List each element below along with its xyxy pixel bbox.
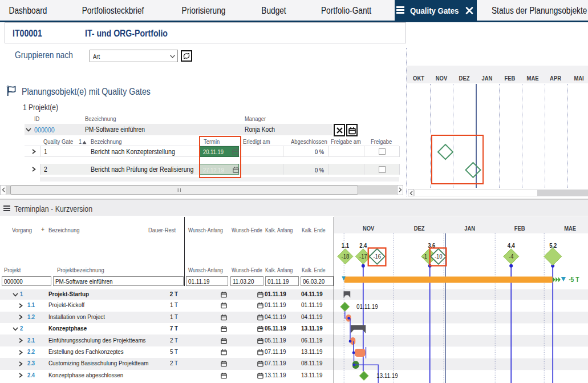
svg-text:01.11.19: 01.11.19 — [356, 303, 378, 310]
svg-text:-17: -17 — [359, 253, 367, 260]
svg-text:-4: -4 — [509, 253, 514, 260]
svg-text:5.2: 5.2 — [549, 242, 557, 249]
svg-text:DEZ: DEZ — [414, 224, 425, 231]
svg-text:NOV: NOV — [363, 224, 375, 231]
svg-text:4.4: 4.4 — [507, 242, 514, 249]
svg-text:MAE: MAE — [564, 224, 576, 231]
svg-text:-10: -10 — [435, 253, 443, 260]
svg-text:-16: -16 — [373, 253, 381, 260]
svg-text:2.4: 2.4 — [359, 242, 367, 249]
svg-text:1.1: 1.1 — [342, 242, 349, 249]
svg-text:JAN: JAN — [464, 224, 475, 231]
svg-text:13.11.19: 13.11.19 — [376, 372, 398, 379]
svg-text:-18: -18 — [341, 253, 349, 260]
svg-text:-5 T: -5 T — [569, 276, 579, 283]
svg-text:FEB: FEB — [514, 224, 525, 231]
svg-text:-1: -1 — [422, 253, 427, 260]
